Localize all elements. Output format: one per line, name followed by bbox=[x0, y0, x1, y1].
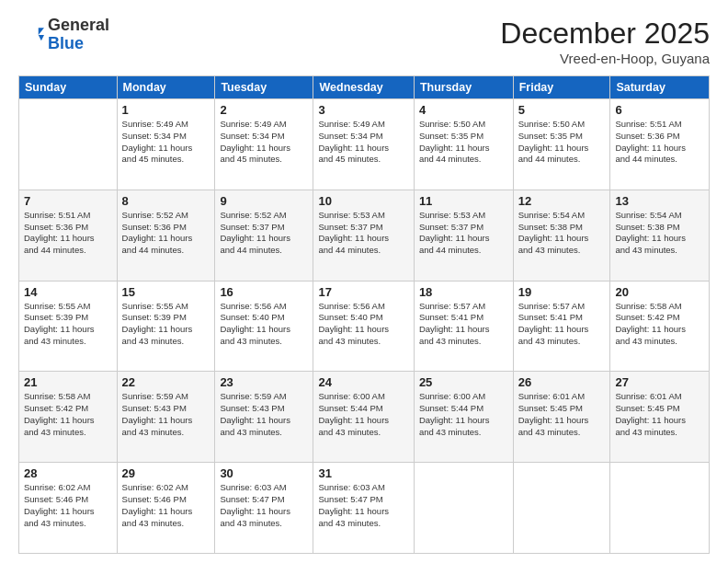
calendar-cell: 21Sunrise: 5:58 AM Sunset: 5:42 PM Dayli… bbox=[19, 372, 118, 463]
calendar-cell: 20Sunrise: 5:58 AM Sunset: 5:42 PM Dayli… bbox=[610, 281, 710, 372]
logo-text: General Blue bbox=[48, 17, 109, 53]
day-number: 22 bbox=[122, 375, 210, 389]
calendar-cell: 31Sunrise: 6:03 AM Sunset: 5:47 PM Dayli… bbox=[313, 463, 414, 554]
day-detail: Sunrise: 5:52 AM Sunset: 5:37 PM Dayligh… bbox=[220, 210, 308, 257]
calendar-cell: 23Sunrise: 5:59 AM Sunset: 5:43 PM Dayli… bbox=[215, 372, 313, 463]
day-detail: Sunrise: 6:01 AM Sunset: 5:45 PM Dayligh… bbox=[518, 391, 606, 438]
day-number: 31 bbox=[318, 466, 408, 480]
day-number: 27 bbox=[615, 375, 704, 389]
day-number: 24 bbox=[318, 375, 408, 389]
calendar-cell: 7Sunrise: 5:51 AM Sunset: 5:36 PM Daylig… bbox=[19, 190, 118, 281]
month-title: December 2025 bbox=[500, 17, 710, 51]
day-detail: Sunrise: 6:02 AM Sunset: 5:46 PM Dayligh… bbox=[122, 482, 210, 529]
calendar-cell: 24Sunrise: 6:00 AM Sunset: 5:44 PM Dayli… bbox=[313, 372, 414, 463]
week-row-3: 14Sunrise: 5:55 AM Sunset: 5:39 PM Dayli… bbox=[19, 281, 710, 372]
svg-marker-1 bbox=[39, 35, 44, 40]
day-detail: Sunrise: 5:58 AM Sunset: 5:42 PM Dayligh… bbox=[615, 301, 704, 348]
weekday-friday: Friday bbox=[513, 76, 610, 99]
day-number: 5 bbox=[518, 103, 606, 117]
day-detail: Sunrise: 5:49 AM Sunset: 5:34 PM Dayligh… bbox=[122, 119, 210, 166]
day-detail: Sunrise: 5:54 AM Sunset: 5:38 PM Dayligh… bbox=[518, 210, 606, 257]
day-detail: Sunrise: 5:59 AM Sunset: 5:43 PM Dayligh… bbox=[122, 391, 210, 438]
logo-icon bbox=[18, 22, 44, 48]
day-number: 21 bbox=[24, 375, 112, 389]
day-detail: Sunrise: 5:53 AM Sunset: 5:37 PM Dayligh… bbox=[419, 210, 508, 257]
calendar-cell: 30Sunrise: 6:03 AM Sunset: 5:47 PM Dayli… bbox=[215, 463, 313, 554]
day-number: 8 bbox=[122, 194, 210, 208]
day-number: 28 bbox=[24, 466, 112, 480]
day-detail: Sunrise: 5:49 AM Sunset: 5:34 PM Dayligh… bbox=[318, 119, 408, 166]
weekday-monday: Monday bbox=[117, 76, 215, 99]
day-detail: Sunrise: 5:51 AM Sunset: 5:36 PM Dayligh… bbox=[615, 119, 704, 166]
day-detail: Sunrise: 6:00 AM Sunset: 5:44 PM Dayligh… bbox=[419, 391, 508, 438]
day-detail: Sunrise: 5:57 AM Sunset: 5:41 PM Dayligh… bbox=[518, 301, 606, 348]
title-block: December 2025 Vreed-en-Hoop, Guyana bbox=[500, 17, 710, 66]
day-detail: Sunrise: 5:50 AM Sunset: 5:35 PM Dayligh… bbox=[419, 119, 508, 166]
day-detail: Sunrise: 6:03 AM Sunset: 5:47 PM Dayligh… bbox=[220, 482, 308, 529]
day-number: 2 bbox=[220, 103, 308, 117]
day-detail: Sunrise: 5:56 AM Sunset: 5:40 PM Dayligh… bbox=[318, 301, 408, 348]
calendar-cell: 18Sunrise: 5:57 AM Sunset: 5:41 PM Dayli… bbox=[414, 281, 513, 372]
day-detail: Sunrise: 5:49 AM Sunset: 5:34 PM Dayligh… bbox=[220, 119, 308, 166]
calendar-cell: 9Sunrise: 5:52 AM Sunset: 5:37 PM Daylig… bbox=[215, 190, 313, 281]
svg-marker-0 bbox=[39, 28, 44, 35]
weekday-saturday: Saturday bbox=[610, 76, 710, 99]
calendar-cell: 22Sunrise: 5:59 AM Sunset: 5:43 PM Dayli… bbox=[117, 372, 215, 463]
day-number: 14 bbox=[24, 285, 112, 299]
day-number: 1 bbox=[122, 103, 210, 117]
calendar-cell: 26Sunrise: 6:01 AM Sunset: 5:45 PM Dayli… bbox=[513, 372, 610, 463]
calendar-cell: 2Sunrise: 5:49 AM Sunset: 5:34 PM Daylig… bbox=[215, 99, 313, 190]
day-number: 15 bbox=[122, 285, 210, 299]
calendar-cell bbox=[513, 463, 610, 554]
day-number: 12 bbox=[518, 194, 606, 208]
calendar-cell: 13Sunrise: 5:54 AM Sunset: 5:38 PM Dayli… bbox=[610, 190, 710, 281]
weekday-sunday: Sunday bbox=[19, 76, 118, 99]
logo-blue: Blue bbox=[48, 35, 109, 53]
calendar-cell: 4Sunrise: 5:50 AM Sunset: 5:35 PM Daylig… bbox=[414, 99, 513, 190]
calendar-cell: 28Sunrise: 6:02 AM Sunset: 5:46 PM Dayli… bbox=[19, 463, 118, 554]
day-detail: Sunrise: 5:58 AM Sunset: 5:42 PM Dayligh… bbox=[24, 391, 112, 438]
weekday-wednesday: Wednesday bbox=[313, 76, 414, 99]
logo: General Blue bbox=[18, 17, 109, 53]
day-detail: Sunrise: 5:59 AM Sunset: 5:43 PM Dayligh… bbox=[220, 391, 308, 438]
day-number: 16 bbox=[220, 285, 308, 299]
weekday-thursday: Thursday bbox=[414, 76, 513, 99]
day-number: 29 bbox=[122, 466, 210, 480]
calendar-cell: 8Sunrise: 5:52 AM Sunset: 5:36 PM Daylig… bbox=[117, 190, 215, 281]
calendar-cell: 1Sunrise: 5:49 AM Sunset: 5:34 PM Daylig… bbox=[117, 99, 215, 190]
week-row-4: 21Sunrise: 5:58 AM Sunset: 5:42 PM Dayli… bbox=[19, 372, 710, 463]
calendar-cell: 16Sunrise: 5:56 AM Sunset: 5:40 PM Dayli… bbox=[215, 281, 313, 372]
calendar-cell bbox=[610, 463, 710, 554]
calendar-cell: 6Sunrise: 5:51 AM Sunset: 5:36 PM Daylig… bbox=[610, 99, 710, 190]
weekday-header-row: SundayMondayTuesdayWednesdayThursdayFrid… bbox=[19, 76, 710, 99]
calendar-cell bbox=[19, 99, 118, 190]
day-detail: Sunrise: 5:53 AM Sunset: 5:37 PM Dayligh… bbox=[318, 210, 408, 257]
day-number: 4 bbox=[419, 103, 508, 117]
day-detail: Sunrise: 5:51 AM Sunset: 5:36 PM Dayligh… bbox=[24, 210, 112, 257]
day-number: 18 bbox=[419, 285, 508, 299]
calendar-cell: 27Sunrise: 6:01 AM Sunset: 5:45 PM Dayli… bbox=[610, 372, 710, 463]
day-detail: Sunrise: 5:50 AM Sunset: 5:35 PM Dayligh… bbox=[518, 119, 606, 166]
calendar-cell bbox=[414, 463, 513, 554]
day-detail: Sunrise: 6:02 AM Sunset: 5:46 PM Dayligh… bbox=[24, 482, 112, 529]
week-row-2: 7Sunrise: 5:51 AM Sunset: 5:36 PM Daylig… bbox=[19, 190, 710, 281]
day-detail: Sunrise: 6:03 AM Sunset: 5:47 PM Dayligh… bbox=[318, 482, 408, 529]
day-number: 23 bbox=[220, 375, 308, 389]
logo-general: General bbox=[48, 17, 109, 35]
week-row-5: 28Sunrise: 6:02 AM Sunset: 5:46 PM Dayli… bbox=[19, 463, 710, 554]
day-number: 6 bbox=[615, 103, 704, 117]
calendar-cell: 3Sunrise: 5:49 AM Sunset: 5:34 PM Daylig… bbox=[313, 99, 414, 190]
location: Vreed-en-Hoop, Guyana bbox=[500, 51, 710, 66]
calendar-cell: 14Sunrise: 5:55 AM Sunset: 5:39 PM Dayli… bbox=[19, 281, 118, 372]
day-detail: Sunrise: 6:00 AM Sunset: 5:44 PM Dayligh… bbox=[318, 391, 408, 438]
page: General Blue December 2025 Vreed-en-Hoop… bbox=[0, 0, 728, 563]
day-number: 26 bbox=[518, 375, 606, 389]
day-detail: Sunrise: 5:55 AM Sunset: 5:39 PM Dayligh… bbox=[122, 301, 210, 348]
calendar-cell: 17Sunrise: 5:56 AM Sunset: 5:40 PM Dayli… bbox=[313, 281, 414, 372]
day-detail: Sunrise: 5:56 AM Sunset: 5:40 PM Dayligh… bbox=[220, 301, 308, 348]
calendar-table: SundayMondayTuesdayWednesdayThursdayFrid… bbox=[18, 75, 710, 554]
week-row-1: 1Sunrise: 5:49 AM Sunset: 5:34 PM Daylig… bbox=[19, 99, 710, 190]
day-number: 9 bbox=[220, 194, 308, 208]
day-number: 30 bbox=[220, 466, 308, 480]
calendar-cell: 25Sunrise: 6:00 AM Sunset: 5:44 PM Dayli… bbox=[414, 372, 513, 463]
